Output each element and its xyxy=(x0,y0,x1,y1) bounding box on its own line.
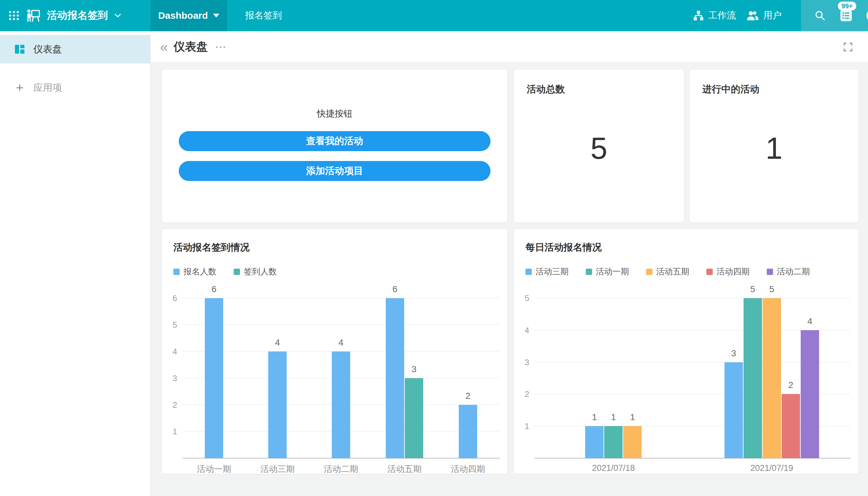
chart-title: 每日活动报名情况 xyxy=(525,241,851,254)
bar-value-label: 5 xyxy=(753,284,790,294)
search-icon[interactable] xyxy=(814,10,826,21)
help-icon[interactable]: ? xyxy=(866,9,868,22)
bar-group-活动四期: 2 xyxy=(436,298,500,458)
bar-活动一期: 5 xyxy=(744,298,762,458)
legend-swatch xyxy=(706,269,713,275)
dashboard-icon xyxy=(14,44,25,55)
y-tick-label: 3 xyxy=(162,373,177,383)
stat-card-value: 5 xyxy=(527,88,671,209)
bar-fill xyxy=(623,426,642,458)
bar-活动一期: 1 xyxy=(604,426,622,458)
bar-fill xyxy=(762,298,781,458)
bar-group-2021/07/18: 111 xyxy=(534,298,693,458)
legend-item[interactable]: 签到人数 xyxy=(234,266,277,277)
app-logo-icon xyxy=(26,8,41,23)
legend-swatch xyxy=(586,269,592,275)
apps-grid-icon[interactable] xyxy=(8,10,20,21)
legend-label: 活动二期 xyxy=(777,266,810,277)
y-tick-label: 5 xyxy=(514,293,529,303)
tab-dashboard[interactable]: Dashboard xyxy=(151,0,227,31)
notifications-icon xyxy=(840,9,852,22)
bar-fill xyxy=(801,330,819,458)
bar-group-活动二期: 4 xyxy=(309,298,373,458)
view-my-activities-button[interactable]: 查看我的活动 xyxy=(179,131,490,151)
bar-活动五期: 5 xyxy=(762,298,781,458)
bar-活动二期: 4 xyxy=(801,330,819,458)
legend-swatch xyxy=(646,269,652,275)
legend-item[interactable]: 活动四期 xyxy=(706,266,749,277)
y-tick-label: 3 xyxy=(514,358,529,367)
chart-plot-area: 123456644632 xyxy=(182,298,500,458)
bar-value-label: 2 xyxy=(449,391,486,401)
nav-users[interactable]: 用户 xyxy=(747,0,782,31)
y-tick-label: 5 xyxy=(162,320,177,330)
app-screen: 活动报名签到 Dashboard 报名签到 工作 xyxy=(0,0,868,496)
page-title-bar: « 仪表盘 ⋯ xyxy=(151,31,868,63)
chart-card-signup-checkin: 活动报名签到情况 报名人数签到人数 123456644632 活动一期活动三期活… xyxy=(162,229,508,474)
legend-swatch xyxy=(767,269,773,275)
y-tick-label: 2 xyxy=(514,389,529,399)
bar-value-label: 4 xyxy=(259,338,296,348)
bar-fill xyxy=(205,298,223,458)
bar-报名人数: 6 xyxy=(386,298,404,458)
bar-报名人数: 4 xyxy=(332,352,350,458)
bar-fill xyxy=(386,298,404,458)
bar-活动三期: 3 xyxy=(725,362,743,458)
header-utility-section: 99+ ? xyxy=(801,0,868,31)
tab-baomingqiandao-label: 报名签到 xyxy=(245,9,282,22)
bar-报名人数: 2 xyxy=(459,405,477,458)
stat-card-ongoing-activities: 进行中的活动 1 xyxy=(689,69,859,222)
bars-layer: 11135524 xyxy=(534,298,851,458)
sidebar-add-app-item[interactable]: + 应用项 xyxy=(0,78,150,97)
quick-buttons-group: 查看我的活动 添加活动项目 xyxy=(162,131,507,181)
bar-value-label: 6 xyxy=(377,284,413,294)
tab-dashboard-label: Dashboard xyxy=(158,10,208,21)
legend-swatch xyxy=(525,269,532,275)
bar-fill xyxy=(405,378,423,458)
top-header: 活动报名签到 Dashboard 报名签到 工作 xyxy=(0,0,868,31)
stat-card-value: 1 xyxy=(702,88,846,209)
add-activity-item-button[interactable]: 添加活动项目 xyxy=(179,161,490,181)
legend-label: 活动三期 xyxy=(536,266,569,277)
chart-legend: 活动三期活动一期活动五期活动四期活动二期 xyxy=(525,266,851,277)
bar-报名人数: 6 xyxy=(205,298,223,458)
fullscreen-icon[interactable] xyxy=(843,42,853,52)
bar-签到人数: 3 xyxy=(405,378,423,458)
y-tick-label: 4 xyxy=(162,347,177,356)
bar-fill xyxy=(782,394,800,458)
chart-title: 活动报名签到情况 xyxy=(173,241,500,254)
bar-fill xyxy=(725,362,743,458)
legend-label: 签到人数 xyxy=(244,266,277,277)
bar-value-label: 6 xyxy=(195,284,232,294)
bar-value-label: 4 xyxy=(322,338,359,348)
nav-workflow[interactable]: 工作流 xyxy=(693,0,736,31)
x-category-label: 活动四期 xyxy=(436,463,500,475)
x-category-label: 活动三期 xyxy=(246,463,309,475)
bar-fill xyxy=(268,352,287,458)
ellipsis-icon[interactable]: ⋯ xyxy=(215,40,227,54)
notifications-button[interactable]: 99+ xyxy=(840,9,852,22)
bar-fill xyxy=(332,352,350,458)
bar-value-label: 3 xyxy=(396,364,432,374)
chart-x-axis: 2021/07/182021/07/19 xyxy=(534,458,851,473)
legend-item[interactable]: 报名人数 xyxy=(173,266,217,277)
page-title: 仪表盘 xyxy=(173,39,208,55)
sidebar: 仪表盘 + 应用项 xyxy=(0,31,151,496)
double-chevron-left-icon[interactable]: « xyxy=(160,40,168,54)
x-category-label: 2021/07/18 xyxy=(534,463,693,473)
tab-baomingqiandao[interactable]: 报名签到 xyxy=(227,0,300,31)
legend-item[interactable]: 活动五期 xyxy=(646,266,689,277)
bar-fill xyxy=(585,426,603,458)
chevron-down-icon[interactable] xyxy=(114,13,121,18)
legend-label: 活动五期 xyxy=(656,266,689,277)
legend-item[interactable]: 活动三期 xyxy=(525,266,569,277)
chart-plot-area: 1234511135524 xyxy=(534,298,851,458)
chart-x-axis: 活动一期活动三期活动二期活动五期活动四期 xyxy=(182,458,500,475)
legend-item[interactable]: 活动二期 xyxy=(767,266,810,277)
sidebar-item-dashboard[interactable]: 仪表盘 xyxy=(0,35,150,63)
bar-fill xyxy=(604,426,622,458)
legend-item[interactable]: 活动一期 xyxy=(586,266,629,277)
quick-buttons-card: 快捷按钮 查看我的活动 添加活动项目 xyxy=(162,69,508,222)
main-area: « 仪表盘 ⋯ 快捷按钮 查看我的活动 添加活动项目 xyxy=(151,31,868,496)
x-category-label: 2021/07/19 xyxy=(693,463,851,473)
